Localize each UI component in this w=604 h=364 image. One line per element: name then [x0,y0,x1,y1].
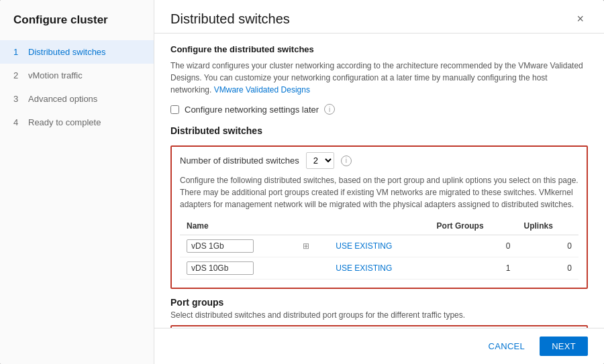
th-uplinks: Uplinks [517,217,578,235]
section-subtitle: Configure the distributed switches [170,44,588,54]
networking-settings-later-label: Configure networking settings later [185,105,319,115]
sidebar-item-vmotion-traffic-label: vMotion traffic [28,70,83,80]
sidebar-item-ready-to-complete[interactable]: 4 Ready to complete [0,111,154,134]
edit-icon-vds10gb [296,257,329,280]
num-switches-select[interactable]: 2 1 3 [306,152,334,169]
close-button[interactable]: × [572,11,588,27]
port-groups-section: Port groups Select distributed switches … [170,297,588,328]
switch-table: Name Port Groups Uplinks [180,217,578,280]
distributed-switches-section-title: Distributed switches [170,125,588,139]
main-content: Distributed switches × Configure the dis… [154,0,604,364]
num-switches-box: Number of distributed switches 2 1 3 i C… [170,145,588,289]
num-switches-row: Number of distributed switches 2 1 3 i [172,147,587,174]
table-row: vDS 10Gb USE EXISTING 1 0 [180,257,578,280]
main-body: Configure the distributed switches The w… [154,34,604,328]
sidebar-title: Configure cluster [0,13,154,40]
th-action [329,217,430,235]
description-text: The wizard configures your cluster netwo… [170,60,588,96]
info-icon: i [324,104,335,115]
uplinks-vds10gb: 0 [517,257,578,280]
sidebar-item-vmotion-traffic[interactable]: 2 vMotion traffic [0,64,154,87]
vmware-link[interactable]: VMware Validated Designs [214,85,310,95]
step-1-number: 1 [13,47,23,57]
sidebar-item-distributed-switches-label: Distributed switches [28,47,106,57]
port-groups-vds10gb: 1 [430,257,517,280]
main-title: Distributed switches [170,11,290,27]
use-existing-vds1gb[interactable]: USE EXISTING [329,235,430,257]
switch-name-vds1gb: vDS 1Gb [180,235,296,257]
sidebar-item-distributed-switches[interactable]: 1 Distributed switches [0,40,154,64]
sidebar-item-advanced-options-label: Advanced options [28,94,97,104]
configure-cluster-modal: Configure cluster 1 Distributed switches… [0,0,604,364]
port-groups-desc: Select distributed switches and distribu… [170,310,588,320]
num-switches-label: Number of distributed switches [180,156,299,166]
step-3-number: 3 [13,94,23,104]
th-port-groups: Port Groups [430,217,517,235]
sidebar-item-ready-to-complete-label: Ready to complete [28,117,101,127]
th-name: Name [180,217,296,235]
main-header: Distributed switches × [154,0,604,34]
footer: CANCEL NEXT [154,328,604,364]
table-row: vDS 1Gb ⊞ USE EXISTING 0 0 [180,235,578,257]
configure-desc: Configure the following distributed swit… [180,174,578,210]
switch-name-vds10gb: vDS 10Gb [180,257,296,280]
next-button[interactable]: NEXT [540,337,588,356]
port-groups-vds1gb: 0 [430,235,517,257]
uplinks-vds1gb: 0 [517,235,578,257]
step-2-number: 2 [13,70,23,80]
step-4-number: 4 [13,117,23,127]
edit-icon-vds1gb: ⊞ [296,235,329,257]
num-switches-info-icon: i [341,156,352,166]
th-edit [296,217,329,235]
sidebar-item-advanced-options[interactable]: 3 Advanced options [0,87,154,111]
use-existing-vds10gb[interactable]: USE EXISTING [329,257,430,280]
networking-settings-later-checkbox[interactable] [170,105,179,114]
port-groups-title: Port groups [170,297,588,308]
sidebar: Configure cluster 1 Distributed switches… [0,0,154,364]
networking-settings-later-row: Configure networking settings later i [170,104,588,115]
cancel-button[interactable]: CANCEL [481,337,534,355]
